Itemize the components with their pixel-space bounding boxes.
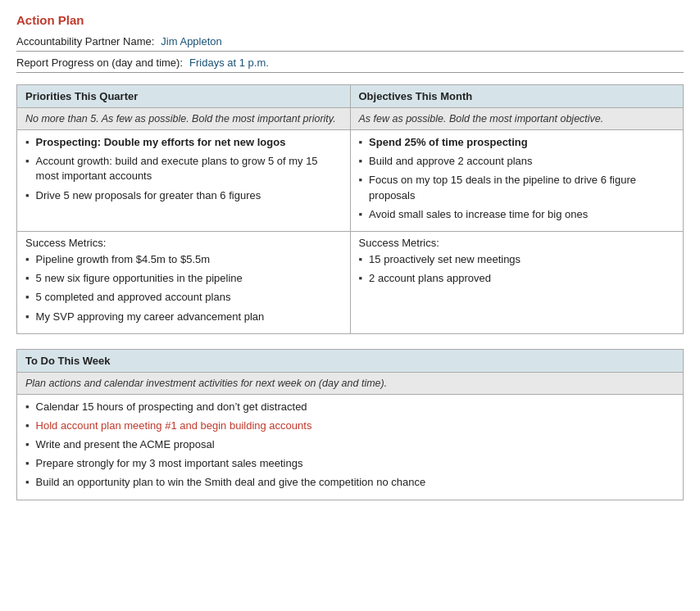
list-item: Avoid small sales to increase time for b… — [359, 207, 675, 222]
list-item: Build an opportunity plan to win the Smi… — [25, 475, 675, 490]
priorities-right-content: Spend 25% of time prospectingBuild and a… — [350, 130, 684, 232]
todo-header-row: To Do This Week — [17, 349, 684, 372]
list-item: Write and present the ACME proposal — [25, 437, 675, 452]
page-title: Action Plan — [16, 13, 684, 27]
list-item: Hold account plan meeting #1 and begin b… — [25, 419, 675, 433]
priorities-header-row: Priorities This Quarter Objectives This … — [17, 85, 684, 108]
left-metrics-content: Pipeline growth from $4.5m to $5.5m5 new… — [17, 251, 351, 333]
todo-content-row: Calendar 15 hours of prospecting and don… — [17, 394, 684, 500]
right-metrics-list: 15 proactively set new meetings2 account… — [359, 252, 675, 286]
list-item: 15 proactively set new meetings — [359, 252, 675, 267]
metrics-content-row: Pipeline growth from $4.5m to $5.5m5 new… — [17, 251, 684, 333]
priorities-left-instruction: No more than 5. As few as possible. Bold… — [17, 108, 351, 130]
list-item: Calendar 15 hours of prospecting and don… — [25, 400, 675, 414]
priorities-left-list: Prospecting: Double my efforts for net n… — [25, 135, 342, 203]
priorities-left-header: Priorities This Quarter — [17, 85, 351, 108]
list-item: Focus on my top 15 deals in the pipeline… — [359, 173, 675, 202]
list-item: Account growth: build and execute plans … — [25, 154, 342, 183]
progress-line: Report Progress on (day and time): Frida… — [16, 57, 684, 73]
list-item: 2 account plans approved — [359, 271, 675, 286]
todo-header: To Do This Week — [17, 349, 684, 372]
list-item: Drive 5 new proposals for greater than 6… — [25, 188, 342, 203]
list-item: Prepare strongly for my 3 most important… — [25, 456, 675, 471]
right-metrics-content: 15 proactively set new meetings2 account… — [350, 251, 684, 333]
partner-value: Jim Appleton — [161, 35, 684, 48]
list-item: Pipeline growth from $4.5m to $5.5m — [25, 252, 342, 267]
priorities-right-instruction: As few as possible. Bold the most import… — [350, 108, 684, 130]
partner-label: Accountability Partner Name: — [16, 35, 154, 48]
priorities-left-content: Prospecting: Double my efforts for net n… — [17, 130, 351, 232]
list-item: Prospecting: Double my efforts for net n… — [25, 135, 342, 150]
todo-list: Calendar 15 hours of prospecting and don… — [25, 400, 675, 491]
todo-table: To Do This Week Plan actions and calenda… — [16, 349, 684, 500]
todo-instruction-row: Plan actions and calendar investment act… — [17, 372, 684, 394]
priorities-right-list: Spend 25% of time prospectingBuild and a… — [359, 135, 675, 222]
todo-content: Calendar 15 hours of prospecting and don… — [17, 394, 684, 500]
priorities-instruction-row: No more than 5. As few as possible. Bold… — [17, 108, 684, 130]
list-item: My SVP approving my career advancement p… — [25, 310, 342, 324]
progress-label: Report Progress on (day and time): — [16, 57, 183, 69]
priorities-table: Priorities This Quarter Objectives This … — [16, 84, 684, 334]
todo-instruction: Plan actions and calendar investment act… — [17, 372, 684, 394]
priorities-right-header: Objectives This Month — [350, 85, 684, 108]
list-item: 5 completed and approved account plans — [25, 290, 342, 305]
partner-line: Accountability Partner Name: Jim Appleto… — [16, 35, 684, 52]
progress-value: Fridays at 1 p.m. — [189, 57, 684, 69]
list-item: Spend 25% of time prospecting — [359, 135, 675, 150]
list-item: 5 new six figure opportunities in the pi… — [25, 271, 342, 286]
list-item: Build and approve 2 account plans — [359, 154, 675, 169]
left-metrics-label: Success Metrics: — [17, 231, 351, 251]
right-metrics-label: Success Metrics: — [350, 231, 684, 251]
metrics-label-row: Success Metrics: Success Metrics: — [17, 231, 684, 251]
priorities-content-row: Prospecting: Double my efforts for net n… — [17, 130, 684, 232]
left-metrics-list: Pipeline growth from $4.5m to $5.5m5 new… — [25, 252, 342, 324]
